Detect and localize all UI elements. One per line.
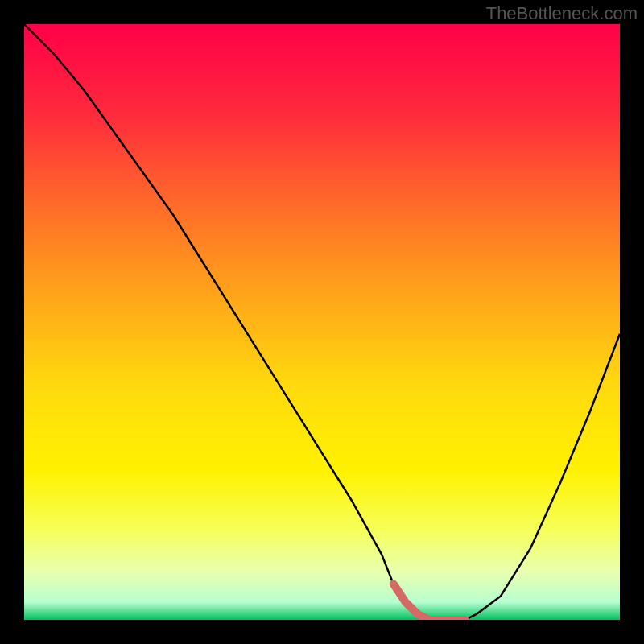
watermark-text: TheBottleneck.com — [486, 3, 638, 24]
chart-plot-area — [24, 24, 620, 620]
chart-curve — [24, 24, 620, 620]
